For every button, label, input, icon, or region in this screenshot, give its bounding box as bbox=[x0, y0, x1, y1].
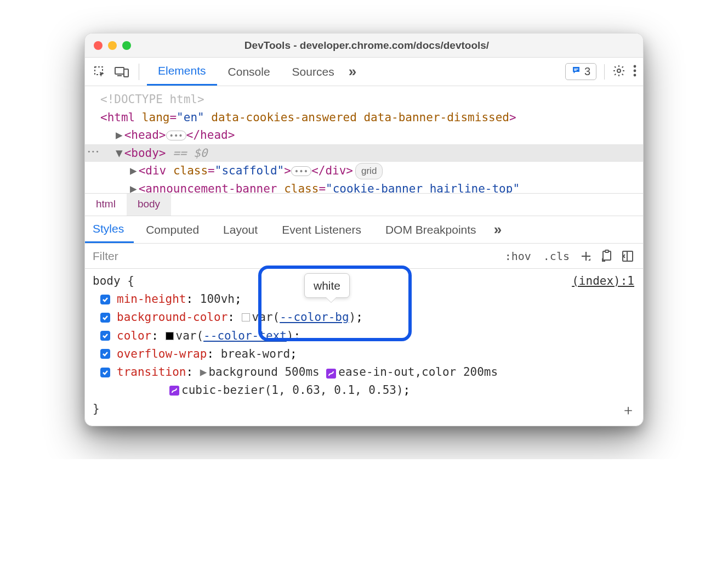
color-swatch-icon[interactable] bbox=[242, 313, 250, 321]
toggle-cls-button[interactable]: .cls bbox=[539, 247, 574, 265]
dom-tree-panel[interactable]: <!DOCTYPE html> <html lang="en" data-coo… bbox=[85, 86, 643, 193]
tab-elements[interactable]: Elements bbox=[147, 58, 217, 86]
device-toggle-icon[interactable] bbox=[113, 64, 130, 80]
svg-point-8 bbox=[634, 69, 636, 72]
messages-button[interactable]: 3 bbox=[565, 63, 596, 80]
collapsed-ellipsis-icon[interactable]: ••• bbox=[166, 131, 186, 140]
prop-overflow-wrap[interactable]: overflow-wrap: break-word; bbox=[93, 345, 635, 363]
collapsed-ellipsis-icon[interactable]: ••• bbox=[291, 166, 311, 176]
prop-color[interactable]: color: var(--color-text); bbox=[93, 327, 635, 345]
svg-rect-3 bbox=[124, 69, 128, 77]
property-checkbox[interactable] bbox=[100, 368, 110, 377]
grid-badge[interactable]: grid bbox=[355, 163, 383, 179]
tab-styles[interactable]: Styles bbox=[85, 216, 134, 243]
toolbar-right: 3 bbox=[565, 63, 636, 80]
titlebar: DevTools - developer.chrome.com/docs/dev… bbox=[85, 33, 643, 58]
rule-selector[interactable]: body { bbox=[93, 272, 635, 290]
expand-icon[interactable]: ▶ bbox=[130, 180, 137, 193]
tab-computed[interactable]: Computed bbox=[134, 216, 211, 243]
tab-event-listeners[interactable]: Event Listeners bbox=[270, 216, 373, 243]
filter-input[interactable] bbox=[85, 250, 501, 263]
prop-transition-cont[interactable]: cubic-bezier(1, 0.63, 0.1, 0.53); bbox=[93, 381, 635, 399]
svg-point-7 bbox=[634, 65, 636, 67]
messages-count: 3 bbox=[584, 65, 590, 78]
collapse-icon[interactable]: ▼ bbox=[116, 144, 123, 162]
tab-sources[interactable]: Sources bbox=[281, 58, 345, 86]
property-checkbox[interactable] bbox=[100, 349, 110, 359]
bezier-editor-icon[interactable] bbox=[169, 386, 179, 396]
property-checkbox[interactable] bbox=[100, 295, 110, 304]
svg-rect-4 bbox=[574, 69, 578, 70]
settings-icon[interactable] bbox=[612, 64, 625, 80]
color-swatch-icon[interactable] bbox=[166, 332, 174, 340]
tab-layout[interactable]: Layout bbox=[211, 216, 270, 243]
source-link[interactable]: (index):1 bbox=[572, 272, 634, 290]
svg-rect-5 bbox=[574, 70, 577, 71]
toggle-hov-button[interactable]: :hov bbox=[501, 247, 536, 265]
add-property-icon[interactable]: ＋ bbox=[621, 399, 635, 421]
separator bbox=[139, 64, 139, 80]
css-var-link[interactable]: --color-bg bbox=[280, 311, 349, 324]
more-tabs-icon[interactable]: » bbox=[349, 63, 356, 80]
property-checkbox[interactable] bbox=[100, 331, 110, 341]
property-checkbox[interactable] bbox=[100, 313, 110, 323]
new-style-rule-icon[interactable] bbox=[577, 250, 595, 263]
styles-pane: (index):1 body { min-height: 100vh; back… bbox=[85, 269, 643, 426]
more-tabs-icon[interactable]: » bbox=[494, 221, 502, 238]
dom-announcement-banner[interactable]: ▶<announcement-banner class="cookie-bann… bbox=[85, 180, 643, 193]
styles-filter-bar: :hov .cls bbox=[85, 244, 643, 269]
prop-min-height[interactable]: min-height: 100vh; bbox=[93, 290, 635, 308]
prop-background-color[interactable]: background-color: var(--color-bg); bbox=[93, 308, 635, 326]
dom-doctype[interactable]: <!DOCTYPE html> bbox=[85, 91, 643, 109]
main-toolbar: Elements Console Sources » 3 bbox=[85, 58, 643, 86]
crumb-body[interactable]: body bbox=[127, 194, 171, 216]
sidebar-tabs: Styles Computed Layout Event Listeners D… bbox=[85, 216, 643, 244]
dom-div-scaffold[interactable]: ▶<div class="scaffold">•••</div>grid bbox=[85, 162, 643, 180]
copy-styles-icon[interactable] bbox=[598, 250, 616, 263]
filter-tools: :hov .cls bbox=[501, 247, 643, 265]
inspect-element-icon[interactable] bbox=[92, 64, 108, 80]
css-var-link[interactable]: --color-text bbox=[203, 329, 287, 342]
bezier-editor-icon[interactable] bbox=[326, 369, 336, 379]
crumb-html[interactable]: html bbox=[85, 194, 127, 216]
kebab-menu-icon[interactable] bbox=[633, 65, 636, 79]
svg-rect-13 bbox=[605, 250, 608, 252]
expand-icon[interactable]: ▶ bbox=[130, 162, 137, 180]
devtools-window: DevTools - developer.chrome.com/docs/dev… bbox=[84, 33, 644, 426]
dom-html[interactable]: <html lang="en" data-cookies-answered da… bbox=[85, 109, 643, 127]
tab-dom-breakpoints[interactable]: DOM Breakpoints bbox=[373, 216, 488, 243]
svg-rect-1 bbox=[115, 67, 124, 74]
dom-body-selected[interactable]: ▼<body> == $0 bbox=[85, 144, 643, 162]
color-tooltip: white bbox=[304, 273, 350, 298]
svg-point-6 bbox=[617, 69, 621, 72]
prop-transition[interactable]: transition: ▶background 500ms ease-in-ou… bbox=[93, 363, 635, 382]
rule-close: } bbox=[93, 400, 635, 418]
toggle-rendering-icon[interactable] bbox=[619, 250, 636, 263]
window-title: DevTools - developer.chrome.com/docs/dev… bbox=[99, 39, 634, 52]
dom-head[interactable]: ▶<head>•••</head> bbox=[85, 126, 643, 144]
svg-point-9 bbox=[634, 74, 636, 76]
tab-console[interactable]: Console bbox=[217, 58, 281, 86]
expand-shorthand-icon[interactable]: ▶ bbox=[200, 365, 207, 379]
dom-breadcrumb: html body bbox=[85, 193, 643, 216]
expand-icon[interactable]: ▶ bbox=[116, 126, 123, 144]
panel-tabs: Elements Console Sources » bbox=[147, 58, 356, 86]
message-icon bbox=[571, 65, 581, 78]
separator bbox=[604, 64, 605, 80]
